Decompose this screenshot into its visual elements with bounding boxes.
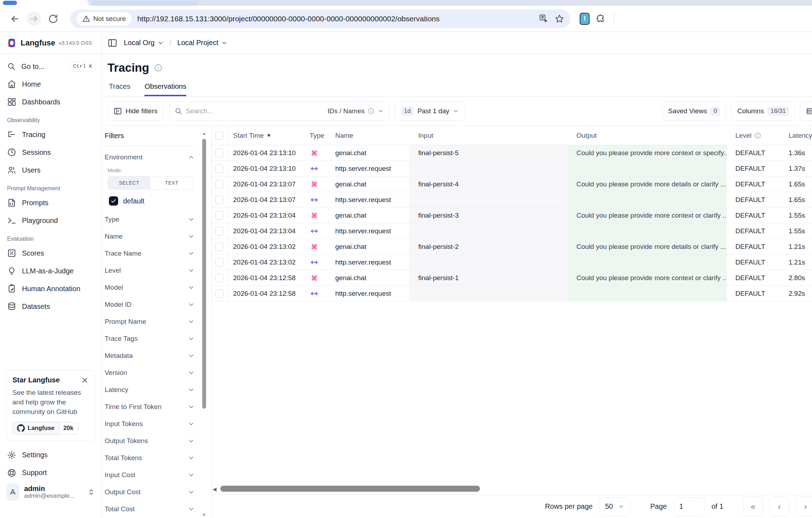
sidebar-item-prompts[interactable]: Prompts [0, 194, 101, 212]
table-row[interactable]: 2026-01-04 23:13:04 genai.chat final-per… [212, 208, 812, 223]
filter-trace-name[interactable]: Trace Name [105, 245, 195, 262]
filter-version[interactable]: Version [105, 364, 195, 381]
table-row[interactable]: 2026-01-04 23:13:02 genai.chat final-per… [212, 239, 812, 255]
sidebar-item-human-annotation[interactable]: Human Annotation [0, 280, 101, 298]
extension-icon[interactable]: I [580, 13, 590, 25]
sidebar-item-users[interactable]: Users [0, 161, 101, 179]
filter-name[interactable]: Name [105, 228, 195, 245]
brand-row[interactable]: Langfuse v3.143.0 OSS [0, 32, 101, 54]
forward-icon[interactable] [27, 12, 41, 26]
extensions-puzzle-icon[interactable] [596, 14, 606, 24]
sidebar-item-dashboards[interactable]: Dashboards [0, 93, 101, 111]
table-row[interactable]: 2026-01-04 23:12:58 http.server.request … [212, 286, 812, 301]
table-row[interactable]: 2026-01-04 23:13:02 http.server.request … [212, 255, 812, 270]
sidebar-item-settings[interactable]: Settings [0, 446, 101, 464]
filters-scrollbar-thumb[interactable] [202, 139, 206, 409]
sidebar-item-sessions[interactable]: Sessions [0, 143, 101, 161]
url-text[interactable]: http://192.168.15.131:3000/project/00000… [137, 15, 440, 23]
scroll-left-icon[interactable]: ◀ [212, 486, 217, 492]
table-row[interactable]: 2026-01-04 23:13:07 http.server.request … [212, 192, 812, 208]
environment-option-default[interactable]: default [109, 195, 195, 207]
project-selector[interactable]: Local Project [177, 39, 228, 47]
row-checkbox[interactable] [215, 289, 224, 298]
url-bar[interactable]: Not secure http://192.168.15.131:3000/pr… [70, 10, 570, 28]
header-output[interactable]: Output [567, 126, 727, 145]
sidebar-item-playground[interactable]: Playground [0, 212, 101, 229]
hide-filters-button[interactable]: Hide filters [107, 102, 164, 121]
header-latency[interactable]: Latency [780, 132, 812, 140]
bookmark-star-icon[interactable] [555, 14, 564, 23]
row-checkbox[interactable] [215, 227, 224, 235]
row-height-button[interactable] [800, 102, 812, 121]
translate-icon[interactable] [539, 14, 548, 23]
horizontal-scrollbar-thumb[interactable] [220, 486, 480, 492]
info-icon[interactable] [154, 64, 162, 72]
scroll-up-icon[interactable]: ▲ [201, 131, 207, 136]
filter-input-tokens[interactable]: Input Tokens [105, 415, 195, 432]
filter-prompt-name[interactable]: Prompt Name [105, 313, 195, 330]
org-selector[interactable]: Local Org [124, 39, 164, 47]
filter-total-cost[interactable]: Total Cost [105, 501, 195, 518]
filter-metadata[interactable]: Metadata [105, 347, 195, 364]
sidebar-item-scores[interactable]: Scores [0, 244, 101, 262]
saved-views-button[interactable]: Saved Views 0 [662, 102, 727, 121]
previous-page-button[interactable]: ‹ [769, 497, 789, 517]
user-menu[interactable]: A admin admin@example... [0, 482, 101, 505]
page-number-input[interactable] [673, 497, 705, 516]
header-start-time[interactable]: Start Time▼ [227, 132, 303, 140]
first-page-button[interactable]: « [743, 497, 763, 517]
filter-input-cost[interactable]: Input Cost [105, 467, 195, 484]
close-icon[interactable] [81, 376, 89, 385]
browser-inactive-tab[interactable] [92, 1, 198, 6]
scroll-down-icon[interactable]: ▼ [201, 512, 207, 517]
filter-environment[interactable]: Environment [105, 149, 195, 166]
table-row[interactable]: 2026-01-04 23:12:58 genai.chat final-per… [212, 270, 812, 286]
filter-model-id[interactable]: Model ID [105, 296, 195, 313]
row-checkbox[interactable] [215, 164, 224, 173]
horizontal-scrollbar[interactable]: ◀ [212, 484, 812, 495]
filter-total-tokens[interactable]: Total Tokens [105, 449, 195, 467]
select-all-checkbox[interactable] [215, 131, 224, 140]
row-checkbox[interactable] [215, 196, 224, 204]
goto-search[interactable]: Go to... Ctrl K [0, 58, 101, 75]
row-checkbox[interactable] [215, 258, 224, 267]
sidebar-item-home[interactable]: Home [0, 75, 101, 93]
filter-level[interactable]: Level [105, 262, 195, 279]
not-secure-chip[interactable]: Not secure [77, 12, 132, 26]
sidebar-item-llm-as-a-judge[interactable]: LLM-as-a-Judge [0, 262, 101, 280]
table-row[interactable]: 2026-01-04 23:13:07 genai.chat final-per… [212, 176, 812, 192]
tab-observations[interactable]: Observations [144, 82, 186, 96]
filter-latency[interactable]: Latency [105, 381, 195, 398]
github-star-button[interactable]: Langfuse [12, 422, 59, 435]
time-range-button[interactable]: 1d Past 1 day [395, 102, 465, 121]
table-row[interactable]: 2026-01-04 23:13:04 http.server.request … [212, 223, 812, 239]
sidebar-item-datasets[interactable]: Datasets [0, 298, 101, 315]
columns-button[interactable]: Columns 16/31 [731, 102, 795, 121]
search-scope-selector[interactable]: IDs / Names [327, 107, 384, 115]
header-type[interactable]: Type [303, 132, 327, 140]
checkbox-checked-icon[interactable] [109, 196, 118, 206]
row-checkbox[interactable] [215, 274, 224, 282]
back-icon[interactable] [8, 12, 22, 26]
filter-output-tokens[interactable]: Output Tokens [105, 432, 195, 449]
reload-icon[interactable] [46, 12, 60, 26]
filter-type[interactable]: Type [105, 211, 195, 228]
search-box[interactable]: IDs / Names [169, 102, 389, 121]
row-checkbox[interactable] [215, 242, 224, 251]
row-checkbox[interactable] [215, 149, 224, 157]
filter-time-to-first-token[interactable]: Time to First Token [105, 398, 195, 415]
browser-active-tab[interactable] [0, 0, 89, 6]
filters-scrollbar[interactable]: ▲ ▼ [201, 131, 207, 518]
table-row[interactable]: 2026-01-04 23:13:10 http.server.request … [212, 161, 812, 176]
search-input[interactable] [186, 107, 324, 115]
row-checkbox[interactable] [215, 180, 224, 189]
tab-traces[interactable]: Traces [109, 82, 130, 96]
mode-text-option[interactable]: TEXT [150, 176, 193, 189]
header-name[interactable]: Name [327, 132, 409, 140]
mode-select-option[interactable]: SELECT [108, 176, 150, 189]
sidebar-item-support[interactable]: Support [0, 464, 101, 482]
sidebar-item-tracing[interactable]: Tracing [0, 126, 101, 143]
sidebar-toggle-button[interactable] [107, 38, 117, 48]
row-checkbox[interactable] [215, 211, 224, 220]
filter-model[interactable]: Model [105, 279, 195, 296]
